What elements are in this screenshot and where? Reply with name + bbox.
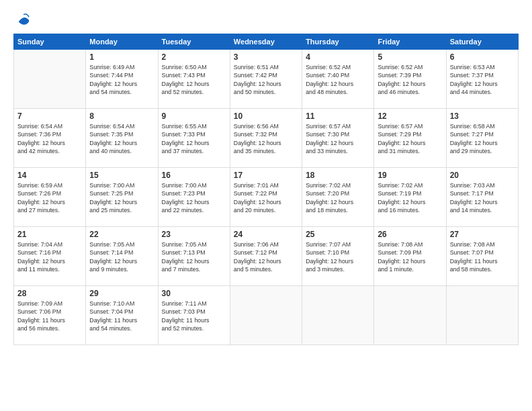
weekday-header-tuesday: Tuesday xyxy=(158,34,230,50)
day-cell: 4Sunrise: 6:52 AM Sunset: 7:40 PM Daylig… xyxy=(302,50,374,109)
day-cell: 22Sunrise: 7:05 AM Sunset: 7:14 PM Dayli… xyxy=(86,227,158,286)
day-number: 20 xyxy=(450,171,515,180)
day-info: Sunrise: 7:04 AM Sunset: 7:16 PM Dayligh… xyxy=(17,240,82,273)
day-info: Sunrise: 7:05 AM Sunset: 7:14 PM Dayligh… xyxy=(89,240,154,273)
day-cell: 21Sunrise: 7:04 AM Sunset: 7:16 PM Dayli… xyxy=(14,227,86,286)
day-number: 13 xyxy=(450,111,515,121)
weekday-header-monday: Monday xyxy=(86,34,158,50)
week-row-2: 14Sunrise: 6:59 AM Sunset: 7:26 PM Dayli… xyxy=(14,168,519,227)
day-number: 1 xyxy=(89,52,154,62)
day-info: Sunrise: 7:00 AM Sunset: 7:23 PM Dayligh… xyxy=(162,181,226,214)
day-info: Sunrise: 6:54 AM Sunset: 7:35 PM Dayligh… xyxy=(89,122,154,155)
day-number: 2 xyxy=(162,52,226,62)
day-info: Sunrise: 6:59 AM Sunset: 7:26 PM Dayligh… xyxy=(17,181,82,214)
week-row-0: 1Sunrise: 6:49 AM Sunset: 7:44 PM Daylig… xyxy=(14,50,519,109)
day-info: Sunrise: 6:52 AM Sunset: 7:39 PM Dayligh… xyxy=(378,63,442,96)
logo xyxy=(13,12,31,27)
day-cell xyxy=(302,286,374,345)
day-number: 3 xyxy=(234,52,298,62)
day-cell: 18Sunrise: 7:02 AM Sunset: 7:20 PM Dayli… xyxy=(302,168,374,227)
day-cell: 2Sunrise: 6:50 AM Sunset: 7:43 PM Daylig… xyxy=(158,50,230,109)
day-number: 27 xyxy=(450,230,515,239)
day-info: Sunrise: 6:52 AM Sunset: 7:40 PM Dayligh… xyxy=(306,63,370,96)
day-cell: 6Sunrise: 6:53 AM Sunset: 7:37 PM Daylig… xyxy=(446,50,518,109)
day-info: Sunrise: 7:06 AM Sunset: 7:12 PM Dayligh… xyxy=(234,240,298,273)
day-info: Sunrise: 6:55 AM Sunset: 7:33 PM Dayligh… xyxy=(162,122,226,155)
day-number: 7 xyxy=(17,111,82,121)
calendar-table: SundayMondayTuesdayWednesdayThursdayFrid… xyxy=(13,34,519,345)
day-number: 23 xyxy=(162,230,226,239)
day-cell: 30Sunrise: 7:11 AM Sunset: 7:03 PM Dayli… xyxy=(158,286,230,345)
day-number: 11 xyxy=(306,111,370,121)
day-number: 12 xyxy=(378,111,442,121)
day-number: 6 xyxy=(450,52,515,62)
day-cell xyxy=(14,50,86,109)
day-info: Sunrise: 7:10 AM Sunset: 7:04 PM Dayligh… xyxy=(89,300,154,332)
day-info: Sunrise: 7:08 AM Sunset: 7:07 PM Dayligh… xyxy=(450,240,515,273)
day-info: Sunrise: 7:11 AM Sunset: 7:03 PM Dayligh… xyxy=(162,300,226,332)
day-number: 21 xyxy=(17,230,82,239)
day-number: 16 xyxy=(162,171,226,180)
day-info: Sunrise: 7:07 AM Sunset: 7:10 PM Dayligh… xyxy=(306,240,370,273)
day-number: 28 xyxy=(17,289,82,298)
day-cell: 5Sunrise: 6:52 AM Sunset: 7:39 PM Daylig… xyxy=(374,50,446,109)
day-info: Sunrise: 6:58 AM Sunset: 7:27 PM Dayligh… xyxy=(450,122,515,155)
weekday-header-friday: Friday xyxy=(374,34,446,50)
day-number: 22 xyxy=(89,230,154,239)
day-cell: 3Sunrise: 6:51 AM Sunset: 7:42 PM Daylig… xyxy=(230,50,302,109)
day-cell: 13Sunrise: 6:58 AM Sunset: 7:27 PM Dayli… xyxy=(446,109,518,168)
day-cell: 8Sunrise: 6:54 AM Sunset: 7:35 PM Daylig… xyxy=(86,109,158,168)
day-cell: 12Sunrise: 6:57 AM Sunset: 7:29 PM Dayli… xyxy=(374,109,446,168)
day-cell xyxy=(446,286,518,345)
day-cell: 26Sunrise: 7:08 AM Sunset: 7:09 PM Dayli… xyxy=(374,227,446,286)
day-cell: 7Sunrise: 6:54 AM Sunset: 7:36 PM Daylig… xyxy=(14,109,86,168)
day-info: Sunrise: 6:56 AM Sunset: 7:32 PM Dayligh… xyxy=(234,122,298,155)
weekday-header-saturday: Saturday xyxy=(446,34,518,50)
weekday-header-wednesday: Wednesday xyxy=(230,34,302,50)
day-number: 30 xyxy=(162,289,226,298)
day-info: Sunrise: 7:03 AM Sunset: 7:17 PM Dayligh… xyxy=(450,181,515,214)
day-cell: 10Sunrise: 6:56 AM Sunset: 7:32 PM Dayli… xyxy=(230,109,302,168)
day-cell: 28Sunrise: 7:09 AM Sunset: 7:06 PM Dayli… xyxy=(14,286,86,345)
day-cell: 16Sunrise: 7:00 AM Sunset: 7:23 PM Dayli… xyxy=(158,168,230,227)
header xyxy=(13,12,519,27)
day-info: Sunrise: 6:57 AM Sunset: 7:30 PM Dayligh… xyxy=(306,122,370,155)
day-info: Sunrise: 6:54 AM Sunset: 7:36 PM Dayligh… xyxy=(17,122,82,155)
day-info: Sunrise: 7:01 AM Sunset: 7:22 PM Dayligh… xyxy=(234,181,298,214)
page: SundayMondayTuesdayWednesdayThursdayFrid… xyxy=(0,0,532,411)
day-cell: 15Sunrise: 7:00 AM Sunset: 7:25 PM Dayli… xyxy=(86,168,158,227)
day-number: 18 xyxy=(306,171,370,180)
day-cell: 23Sunrise: 7:05 AM Sunset: 7:13 PM Dayli… xyxy=(158,227,230,286)
day-number: 9 xyxy=(162,111,226,121)
day-info: Sunrise: 6:53 AM Sunset: 7:37 PM Dayligh… xyxy=(450,63,515,96)
weekday-header-row: SundayMondayTuesdayWednesdayThursdayFrid… xyxy=(14,34,519,50)
day-info: Sunrise: 6:49 AM Sunset: 7:44 PM Dayligh… xyxy=(89,63,154,96)
day-info: Sunrise: 7:02 AM Sunset: 7:20 PM Dayligh… xyxy=(306,181,370,214)
day-cell: 29Sunrise: 7:10 AM Sunset: 7:04 PM Dayli… xyxy=(86,286,158,345)
week-row-4: 28Sunrise: 7:09 AM Sunset: 7:06 PM Dayli… xyxy=(14,286,519,345)
day-cell: 14Sunrise: 6:59 AM Sunset: 7:26 PM Dayli… xyxy=(14,168,86,227)
day-cell: 24Sunrise: 7:06 AM Sunset: 7:12 PM Dayli… xyxy=(230,227,302,286)
day-number: 14 xyxy=(17,171,82,180)
day-number: 5 xyxy=(378,52,442,62)
day-cell: 11Sunrise: 6:57 AM Sunset: 7:30 PM Dayli… xyxy=(302,109,374,168)
day-number: 25 xyxy=(306,230,370,239)
day-info: Sunrise: 7:08 AM Sunset: 7:09 PM Dayligh… xyxy=(378,240,442,273)
day-cell: 20Sunrise: 7:03 AM Sunset: 7:17 PM Dayli… xyxy=(446,168,518,227)
day-number: 24 xyxy=(234,230,298,239)
day-cell: 27Sunrise: 7:08 AM Sunset: 7:07 PM Dayli… xyxy=(446,227,518,286)
day-cell: 19Sunrise: 7:02 AM Sunset: 7:19 PM Dayli… xyxy=(374,168,446,227)
week-row-1: 7Sunrise: 6:54 AM Sunset: 7:36 PM Daylig… xyxy=(14,109,519,168)
day-info: Sunrise: 7:00 AM Sunset: 7:25 PM Dayligh… xyxy=(89,181,154,214)
day-number: 26 xyxy=(378,230,442,239)
day-number: 10 xyxy=(234,111,298,121)
day-number: 29 xyxy=(89,289,154,298)
day-info: Sunrise: 7:05 AM Sunset: 7:13 PM Dayligh… xyxy=(162,240,226,273)
day-number: 17 xyxy=(234,171,298,180)
day-cell: 1Sunrise: 6:49 AM Sunset: 7:44 PM Daylig… xyxy=(86,50,158,109)
day-number: 15 xyxy=(89,171,154,180)
day-info: Sunrise: 6:57 AM Sunset: 7:29 PM Dayligh… xyxy=(378,122,442,155)
day-info: Sunrise: 7:02 AM Sunset: 7:19 PM Dayligh… xyxy=(378,181,442,214)
day-number: 8 xyxy=(89,111,154,121)
day-cell xyxy=(374,286,446,345)
